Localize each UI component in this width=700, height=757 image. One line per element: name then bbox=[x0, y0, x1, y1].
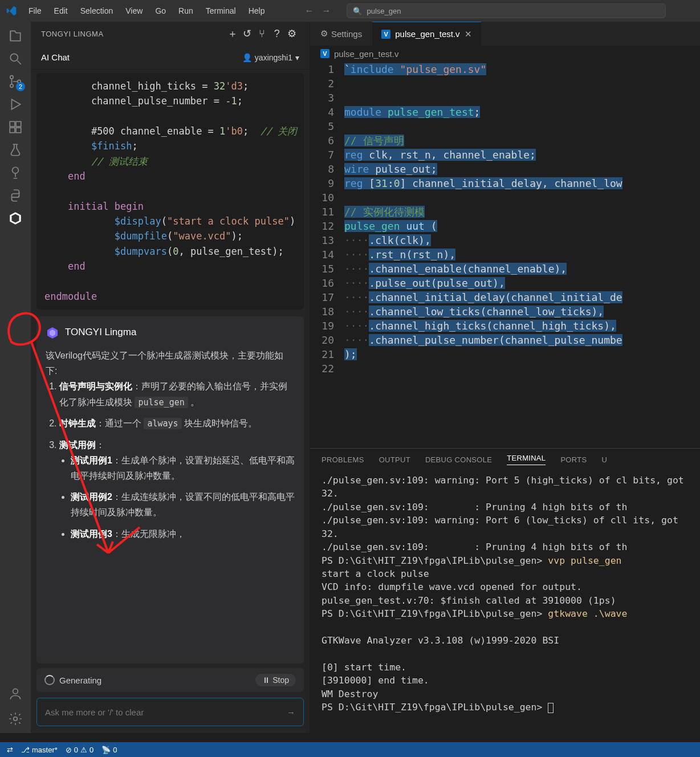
line-number: 21 bbox=[310, 348, 334, 362]
line-number: 18 bbox=[310, 305, 334, 319]
tongyi-logo-icon bbox=[46, 326, 59, 340]
line-number: 2 bbox=[310, 77, 334, 91]
panel-tab[interactable]: TERMINAL bbox=[507, 454, 546, 465]
nav-back-button[interactable]: ← bbox=[301, 6, 317, 16]
titlebar: File Edit Selection View Go Run Terminal… bbox=[0, 0, 700, 22]
code-line[interactable] bbox=[344, 91, 700, 105]
extensions-icon[interactable] bbox=[7, 119, 24, 136]
menu-go[interactable]: Go bbox=[149, 4, 172, 18]
code-line[interactable] bbox=[344, 120, 700, 134]
code-editor[interactable]: 12345678910111213141516171819202122 `inc… bbox=[310, 62, 700, 448]
line-number: 19 bbox=[310, 319, 334, 333]
history-icon[interactable]: ↺ bbox=[240, 27, 255, 40]
stop-button[interactable]: ⏸ Stop bbox=[255, 674, 296, 686]
code-line[interactable]: pulse_gen uut ( bbox=[344, 219, 700, 234]
ai-chat-sidebar: TONGYI LINGMA ＋ ↺ ⑂ ? ⚙ AI Chat 👤yaxings… bbox=[31, 22, 310, 733]
terminal-output[interactable]: ./pulse_gen.sv:109: warning: Port 5 (hig… bbox=[310, 470, 700, 733]
menu-selection[interactable]: Selection bbox=[75, 4, 119, 18]
svg-point-10 bbox=[14, 717, 18, 721]
line-number: 6 bbox=[310, 134, 334, 148]
line-number: 15 bbox=[310, 262, 334, 276]
menu-help[interactable]: Help bbox=[243, 4, 271, 18]
panel-tab[interactable]: PROBLEMS bbox=[321, 455, 364, 464]
menu-file[interactable]: File bbox=[23, 4, 47, 18]
explorer-icon[interactable] bbox=[7, 27, 24, 44]
generating-label: Generating bbox=[59, 675, 101, 685]
code-line[interactable]: // 信号声明 bbox=[344, 134, 700, 148]
line-number: 7 bbox=[310, 148, 334, 162]
line-number: 10 bbox=[310, 191, 334, 205]
spinner-icon bbox=[44, 675, 55, 685]
code-line[interactable]: // 实例化待测模 bbox=[344, 205, 700, 219]
code-line[interactable] bbox=[344, 191, 700, 205]
tab-settings[interactable]: ⚙ Settings bbox=[310, 22, 372, 46]
code-line[interactable]: ····.channel_initial_delay(channel_initi… bbox=[344, 291, 700, 305]
line-number: 22 bbox=[310, 362, 334, 376]
code-line[interactable]: `include "pulse_gen.sv" bbox=[344, 63, 700, 77]
tongyi-icon[interactable] bbox=[7, 210, 24, 227]
panel-tab[interactable]: PORTS bbox=[560, 455, 587, 464]
code-line[interactable]: reg clk, rst_n, channel_enable; bbox=[344, 148, 700, 162]
close-tab-icon[interactable]: ✕ bbox=[465, 29, 472, 39]
code-line[interactable]: ····.clk(clk), bbox=[344, 234, 700, 248]
code-line[interactable]: ····.channel_high_ticks(channel_high_tic… bbox=[344, 319, 700, 333]
tab-pulse-gen-test[interactable]: V pulse_gen_test.v ✕ bbox=[372, 22, 481, 46]
svg-rect-6 bbox=[10, 128, 15, 133]
svg-point-0 bbox=[10, 54, 18, 61]
menu-view[interactable]: View bbox=[120, 4, 148, 18]
ai-name: TONGYI Lingma bbox=[65, 324, 136, 341]
resp-item: 时钟生成：通过一个 always 块生成时钟信号。 bbox=[59, 416, 295, 432]
branch-status[interactable]: ⎇ master* bbox=[21, 746, 58, 754]
line-number: 13 bbox=[310, 234, 334, 248]
nav-forward-button[interactable]: → bbox=[318, 6, 334, 16]
panel-tab[interactable]: OUTPUT bbox=[379, 455, 410, 464]
remote-button[interactable]: ⇄ bbox=[7, 746, 13, 754]
search-icon: 🔍 bbox=[353, 7, 362, 15]
chat-input[interactable]: Ask me more or '/' to clear → bbox=[36, 698, 304, 726]
code-line[interactable]: ); bbox=[344, 348, 700, 362]
resp-item: 信号声明与实例化：声明了必要的输入输出信号，并实例化了脉冲生成模块 pulse_… bbox=[59, 378, 295, 410]
command-search-input[interactable]: 🔍pulse_gen bbox=[347, 3, 666, 18]
status-bar: ⇄ ⎇ master* ⊘ 0 ⚠ 0 📡 0 bbox=[0, 742, 700, 757]
run-debug-icon[interactable] bbox=[7, 96, 24, 113]
user-menu[interactable]: 👤yaxingshi1 ▾ bbox=[242, 53, 299, 62]
svg-rect-7 bbox=[16, 128, 21, 133]
code-line[interactable] bbox=[344, 362, 700, 376]
account-icon[interactable] bbox=[7, 685, 24, 702]
line-number: 12 bbox=[310, 219, 334, 234]
testing-icon[interactable] bbox=[7, 141, 24, 158]
editor-area: ⚙ Settings V pulse_gen_test.v ✕ V pulse_… bbox=[310, 22, 700, 733]
code-line[interactable]: ····.channel_enable(channel_enable), bbox=[344, 262, 700, 276]
ports-status[interactable]: 📡 0 bbox=[101, 746, 117, 754]
vscode-icon bbox=[6, 5, 17, 17]
help-icon[interactable]: ? bbox=[270, 28, 284, 40]
send-icon[interactable]: → bbox=[287, 707, 295, 717]
code-line[interactable]: ····.channel_pulse_number(channel_pulse_… bbox=[344, 333, 700, 348]
panel-tab[interactable]: U bbox=[601, 455, 607, 464]
search-view-icon[interactable] bbox=[7, 50, 24, 67]
menu-terminal[interactable]: Terminal bbox=[200, 4, 242, 18]
fork-icon[interactable]: ⑂ bbox=[255, 28, 270, 40]
code-line[interactable]: module pulse_gen_test; bbox=[344, 105, 700, 120]
code-line[interactable]: ····.pulse_out(pulse_out), bbox=[344, 276, 700, 291]
source-control-icon[interactable]: 2 bbox=[7, 73, 24, 90]
problems-status[interactable]: ⊘ 0 ⚠ 0 bbox=[66, 746, 93, 754]
code-line[interactable] bbox=[344, 77, 700, 91]
menu-edit[interactable]: Edit bbox=[48, 4, 74, 18]
settings-gear-icon[interactable]: ⚙ bbox=[284, 27, 299, 40]
python-icon[interactable] bbox=[7, 187, 24, 204]
menu-run[interactable]: Run bbox=[173, 4, 199, 18]
ai-chat-tab[interactable]: AI Chat bbox=[41, 52, 70, 62]
code-line[interactable]: ····.channel_low_ticks(channel_low_ticks… bbox=[344, 305, 700, 319]
new-chat-icon[interactable]: ＋ bbox=[225, 27, 240, 40]
gear-icon[interactable] bbox=[7, 710, 24, 727]
tree-icon[interactable] bbox=[7, 164, 24, 181]
code-line[interactable]: reg [31:0] channel_initial_delay, channe… bbox=[344, 177, 700, 191]
breadcrumb[interactable]: V pulse_gen_test.v bbox=[310, 46, 700, 62]
code-line[interactable]: ····.rst_n(rst_n), bbox=[344, 248, 700, 262]
line-number: 16 bbox=[310, 276, 334, 291]
verilog-file-icon: V bbox=[320, 49, 329, 58]
activity-bar: 2 bbox=[0, 22, 31, 733]
code-line[interactable]: wire pulse_out; bbox=[344, 162, 700, 177]
panel-tab[interactable]: DEBUG CONSOLE bbox=[425, 455, 492, 464]
